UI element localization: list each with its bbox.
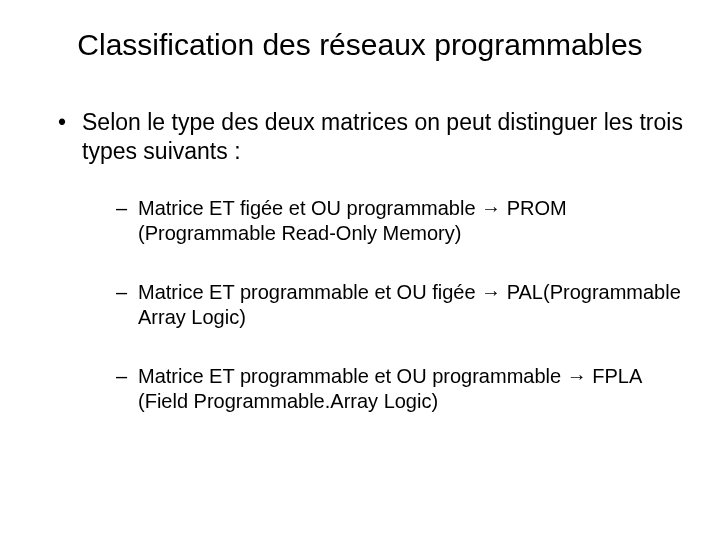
slide-title: Classification des réseaux programmables <box>28 28 692 62</box>
list-item: Matrice ET programmable et OU programmab… <box>116 364 692 414</box>
item-text-before: Matrice ET figée et OU programmable <box>138 197 481 219</box>
list-item: Matrice ET programmable et OU figée → PA… <box>116 280 692 330</box>
item-text-before: Matrice ET programmable et OU programmab… <box>138 365 567 387</box>
item-text-before: Matrice ET programmable et OU figée <box>138 281 481 303</box>
bullet-list-level2: Matrice ET figée et OU programmable → PR… <box>82 196 692 414</box>
bullet-item-intro: Selon le type des deux matrices on peut … <box>58 108 692 414</box>
arrow-right-icon: → <box>481 197 501 219</box>
arrow-right-icon: → <box>567 365 587 387</box>
slide: Classification des réseaux programmables… <box>0 0 720 540</box>
bullet-list-level1: Selon le type des deux matrices on peut … <box>28 108 692 414</box>
bullet-intro-text: Selon le type des deux matrices on peut … <box>82 109 683 164</box>
arrow-right-icon: → <box>481 281 501 303</box>
list-item: Matrice ET figée et OU programmable → PR… <box>116 196 692 246</box>
